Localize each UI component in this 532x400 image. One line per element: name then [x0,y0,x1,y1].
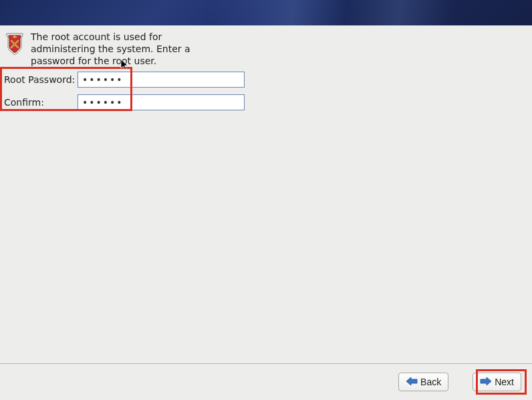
footer-bar: Back Next [0,363,532,400]
back-button[interactable]: Back [398,373,448,391]
confirm-password-input[interactable] [78,94,245,110]
header-banner [0,0,532,25]
shield-icon [4,32,25,58]
next-button[interactable]: Next [473,373,521,391]
svg-rect-1 [14,35,15,38]
arrow-right-icon [480,377,492,388]
password-form: Root Password: Confirm: [4,72,528,110]
description-text: The root account is used for administeri… [31,31,225,68]
confirm-password-label: Confirm: [4,97,78,108]
arrow-left-icon [406,377,418,388]
next-button-label: Next [495,377,514,387]
root-password-label: Root Password: [4,74,78,85]
root-password-input[interactable] [78,72,245,88]
back-button-label: Back [420,377,441,387]
